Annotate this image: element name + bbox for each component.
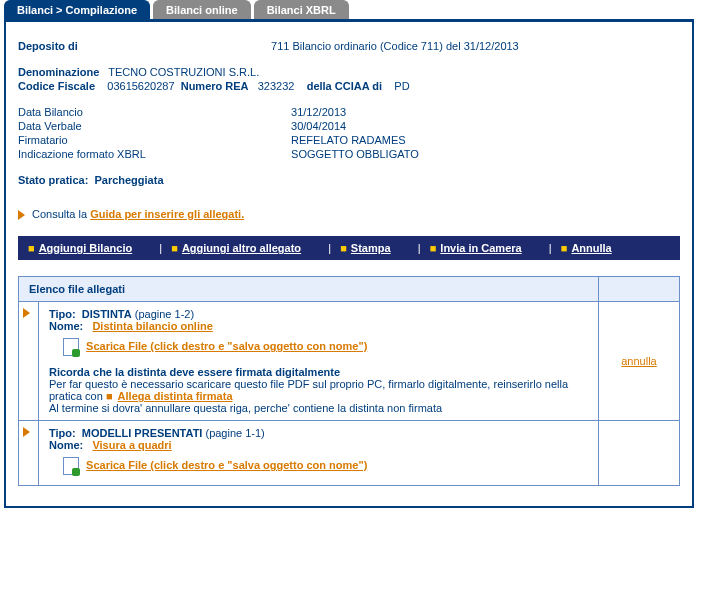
visura-link[interactable]: Visura a quadri xyxy=(92,439,171,451)
tab-compilazione[interactable]: Bilanci > Compilazione xyxy=(4,0,150,19)
bullet-icon: ■ xyxy=(106,390,113,402)
codice-fiscale-value: 03615620287 xyxy=(107,80,174,92)
table-row: Tipo: MODELLI PRESENTATI (pagine 1-1) No… xyxy=(19,421,680,486)
tab-bilanci-xbrl[interactable]: Bilanci XBRL xyxy=(254,0,349,19)
bullet-icon: ■ xyxy=(28,242,35,254)
xbrl-label: Indicazione formato XBRL xyxy=(18,148,288,160)
stato-pratica-label: Stato pratica: xyxy=(18,174,88,186)
tab-bar: Bilanci > Compilazione Bilanci online Bi… xyxy=(0,0,725,19)
xbrl-value: SOGGETTO OBBLIGATO xyxy=(291,148,419,160)
nome-label: Nome: xyxy=(49,320,83,332)
file-download-icon xyxy=(63,457,79,475)
file-table-header: Elenco file allegati xyxy=(19,277,599,302)
deposito-label: Deposito di xyxy=(18,40,268,52)
table-row: Tipo: DISTINTA (pagine 1-2) Nome: Distin… xyxy=(19,302,680,421)
tipo-label: Tipo: xyxy=(49,427,76,439)
action-bar: ■Aggiungi Bilancio | ■Aggiungi altro all… xyxy=(18,236,680,260)
numero-rea-label: Numero REA xyxy=(181,80,249,92)
data-verbale-value: 30/04/2014 xyxy=(291,120,346,132)
aggiungi-bilancio-link[interactable]: Aggiungi Bilancio xyxy=(39,242,133,254)
bullet-icon: ■ xyxy=(561,242,568,254)
consulta-text: Consulta la xyxy=(32,208,90,220)
tipo-label: Tipo: xyxy=(49,308,76,320)
main-panel: Deposito di 711 Bilancio ordinario (Codi… xyxy=(4,19,694,508)
invia-in-camera-link[interactable]: Invia in Camera xyxy=(440,242,521,254)
pagine-value: (pagine 1-2) xyxy=(135,308,194,320)
stampa-link[interactable]: Stampa xyxy=(351,242,391,254)
firmatario-label: Firmatario xyxy=(18,134,288,146)
aggiungi-altro-allegato-link[interactable]: Aggiungi altro allegato xyxy=(182,242,301,254)
distinta-link[interactable]: Distinta bilancio online xyxy=(92,320,212,332)
codice-fiscale-label: Codice Fiscale xyxy=(18,80,95,92)
denominazione-label: Denominazione xyxy=(18,66,99,78)
file-table-header-actions xyxy=(599,277,680,302)
annulla-row-link[interactable]: annulla xyxy=(621,355,656,367)
data-bilancio-value: 31/12/2013 xyxy=(291,106,346,118)
bullet-icon: ■ xyxy=(430,242,437,254)
note-text-2: Al termine si dovra' annullare questa ri… xyxy=(49,402,588,414)
allega-distinta-link[interactable]: Allega distinta firmata xyxy=(118,390,233,402)
stato-pratica-value: Parcheggiata xyxy=(94,174,163,186)
triangle-icon xyxy=(18,210,25,220)
scarica-file-link[interactable]: Scarica File (click destro e "salva ogge… xyxy=(86,340,367,352)
pagine-value: (pagine 1-1) xyxy=(205,427,264,439)
tipo-value: DISTINTA xyxy=(82,308,132,320)
tab-bilanci-online[interactable]: Bilanci online xyxy=(153,0,251,19)
cciaa-label: della CCIAA di xyxy=(307,80,382,92)
scarica-file-link[interactable]: Scarica File (click destro e "salva ogge… xyxy=(86,459,367,471)
ricorda-text: Ricorda che la distinta deve essere firm… xyxy=(49,366,340,378)
denominazione-value: TECNO COSTRUZIONI S.R.L. xyxy=(108,66,259,78)
file-download-icon xyxy=(63,338,79,356)
cciaa-value: PD xyxy=(394,80,409,92)
numero-rea-value: 323232 xyxy=(258,80,295,92)
data-bilancio-label: Data Bilancio xyxy=(18,106,288,118)
annulla-action-link[interactable]: Annulla xyxy=(571,242,611,254)
triangle-icon xyxy=(23,427,30,437)
bullet-icon: ■ xyxy=(340,242,347,254)
bullet-icon: ■ xyxy=(171,242,178,254)
nome-label: Nome: xyxy=(49,439,83,451)
tipo-value: MODELLI PRESENTATI xyxy=(82,427,203,439)
file-table: Elenco file allegati Tipo: DISTINTA (pag… xyxy=(18,276,680,486)
firmatario-value: REFELATO RADAMES xyxy=(291,134,406,146)
triangle-icon xyxy=(23,308,30,318)
guida-allegati-link[interactable]: Guida per inserire gli allegati. xyxy=(90,208,244,220)
data-verbale-label: Data Verbale xyxy=(18,120,288,132)
deposito-value: 711 Bilancio ordinario (Codice 711) del … xyxy=(271,40,519,52)
